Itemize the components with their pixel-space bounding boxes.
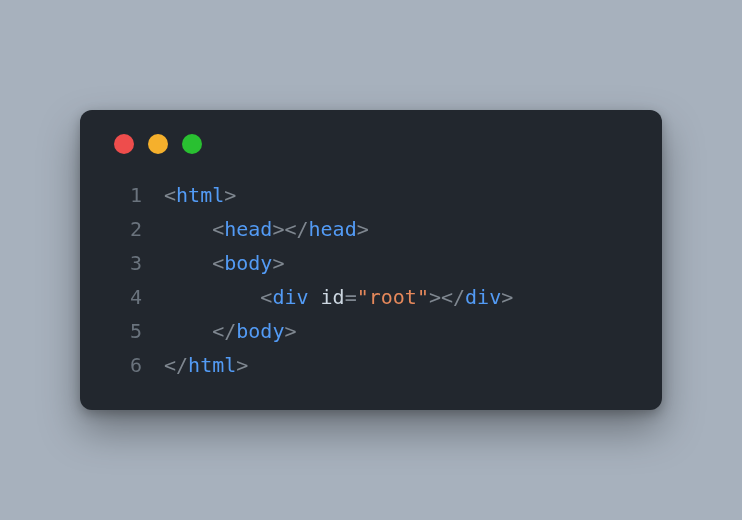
token-tg: html	[176, 183, 224, 207]
token-eq: =	[345, 285, 357, 309]
token-tg: head	[224, 217, 272, 241]
token-pn: <	[164, 183, 176, 207]
code-content: <body>	[164, 246, 284, 280]
line-number: 4	[108, 280, 142, 314]
token-pn: >	[284, 319, 296, 343]
line-number: 5	[108, 314, 142, 348]
token-pn: >	[272, 251, 284, 275]
line-number: 6	[108, 348, 142, 382]
code-line: 3 <body>	[108, 246, 634, 280]
code-content: <div id="root"></div>	[164, 280, 513, 314]
token-pn: <	[260, 285, 272, 309]
token-pn: >	[224, 183, 236, 207]
token-pn: >	[236, 353, 248, 377]
code-content: </body>	[164, 314, 296, 348]
line-number: 3	[108, 246, 142, 280]
editor-window: 1<html>2 <head></head>3 <body>4 <div id=…	[80, 110, 662, 410]
token-pn: </	[164, 353, 188, 377]
token-tg: body	[224, 251, 272, 275]
token-pn: ></	[272, 217, 308, 241]
window-titlebar	[114, 134, 634, 154]
code-block: 1<html>2 <head></head>3 <body>4 <div id=…	[108, 178, 634, 382]
code-line: 5 </body>	[108, 314, 634, 348]
code-content: </html>	[164, 348, 248, 382]
minimize-icon[interactable]	[148, 134, 168, 154]
token-tg: head	[309, 217, 357, 241]
zoom-icon[interactable]	[182, 134, 202, 154]
token-pn: ></	[429, 285, 465, 309]
token-tg: html	[188, 353, 236, 377]
token-pn: >	[501, 285, 513, 309]
token-pn	[309, 285, 321, 309]
token-at: id	[321, 285, 345, 309]
token-tg: body	[236, 319, 284, 343]
code-line: 6</html>	[108, 348, 634, 382]
token-tg: div	[465, 285, 501, 309]
close-icon[interactable]	[114, 134, 134, 154]
token-pn: </	[212, 319, 236, 343]
code-content: <head></head>	[164, 212, 369, 246]
code-line: 1<html>	[108, 178, 634, 212]
token-pn: >	[357, 217, 369, 241]
code-line: 4 <div id="root"></div>	[108, 280, 634, 314]
token-pn: <	[212, 217, 224, 241]
line-number: 2	[108, 212, 142, 246]
code-content: <html>	[164, 178, 236, 212]
line-number: 1	[108, 178, 142, 212]
token-pn: <	[212, 251, 224, 275]
token-st: "root"	[357, 285, 429, 309]
code-line: 2 <head></head>	[108, 212, 634, 246]
token-tg: div	[272, 285, 308, 309]
